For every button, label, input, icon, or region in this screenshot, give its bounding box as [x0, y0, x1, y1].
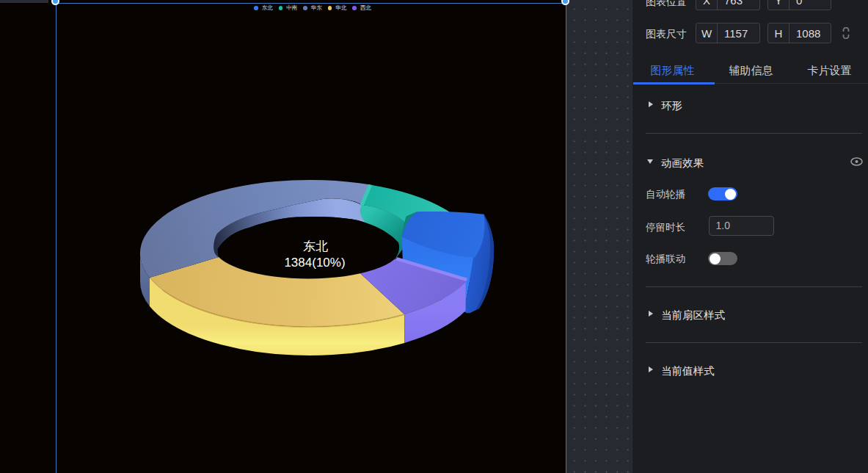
svg-text:东北: 东北 [303, 239, 328, 253]
svg-text:1384(10%): 1384(10%) [284, 256, 345, 270]
